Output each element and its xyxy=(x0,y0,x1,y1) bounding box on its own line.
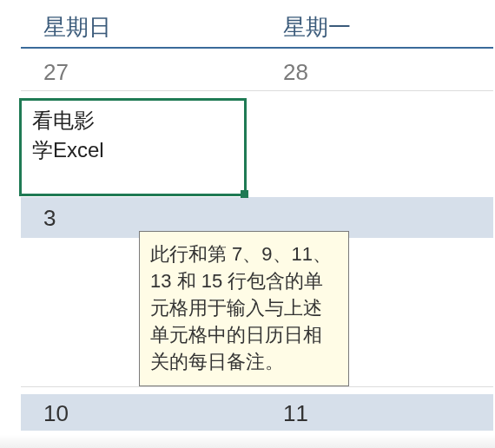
column-header-monday: 星期一 xyxy=(283,12,351,43)
note-line: 看电影 xyxy=(32,106,234,135)
row-divider xyxy=(21,90,493,91)
calendar-view: 星期日 星期一 27 28 看电影 学Excel 3 10 11 此行和第 7、… xyxy=(0,0,495,448)
row-shade xyxy=(21,394,493,431)
date-cell[interactable]: 27 xyxy=(43,59,69,86)
date-cell[interactable]: 10 xyxy=(43,400,69,427)
cell-tooltip: 此行和第 7、9、11、13 和 15 行包含的单元格用于输入与上述单元格中的日… xyxy=(139,231,349,386)
row-divider xyxy=(21,386,493,387)
column-header-sunday: 星期日 xyxy=(43,12,111,43)
note-line: 学Excel xyxy=(32,135,234,165)
fill-handle[interactable] xyxy=(241,190,248,198)
date-cell[interactable]: 28 xyxy=(283,59,308,86)
date-cell[interactable]: 11 xyxy=(283,400,308,427)
header-underline xyxy=(21,47,493,49)
date-cell[interactable]: 3 xyxy=(43,205,56,232)
bottom-shadow xyxy=(0,434,495,448)
selected-notes-cell[interactable]: 看电影 学Excel xyxy=(19,98,247,196)
